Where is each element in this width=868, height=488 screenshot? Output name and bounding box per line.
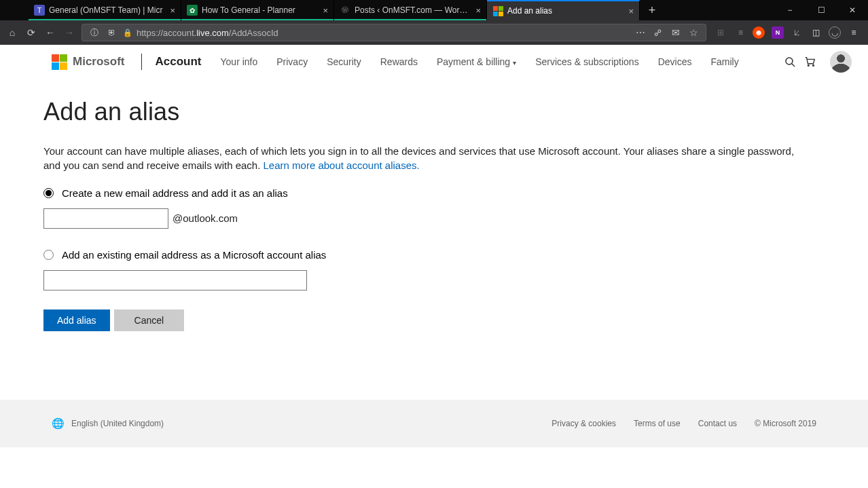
page-title: Add an alias	[43, 98, 795, 126]
search-icon[interactable]	[780, 56, 800, 67]
browser-titlebar: T General (OnMSFT Team) | Micr × ✿ How T…	[0, 0, 868, 20]
new-tab-button[interactable]: +	[640, 0, 664, 20]
avatar[interactable]	[830, 51, 852, 73]
footer-contact[interactable]: Contact us	[698, 419, 737, 428]
buffer-icon[interactable]: ≡	[734, 26, 746, 39]
close-window-button[interactable]: ✕	[837, 0, 868, 20]
url-path: /AddAssocId	[229, 28, 278, 38]
nav-account[interactable]: Account	[156, 55, 211, 69]
nav-privacy[interactable]: Privacy	[267, 56, 317, 67]
chevron-down-icon: ▾	[513, 59, 516, 67]
svg-point-3	[813, 65, 814, 67]
radio-create-row[interactable]: Create a new email address and add it as…	[43, 187, 795, 199]
site-header: Microsoft Account Your info Privacy Secu…	[0, 45, 868, 79]
close-icon[interactable]: ×	[170, 5, 175, 16]
tab-title: Posts ‹ OnMSFT.com — WordPress	[355, 5, 471, 15]
close-icon[interactable]: ×	[323, 5, 328, 16]
nav-devices[interactable]: Devices	[649, 56, 702, 67]
learn-more-link[interactable]: Learn more about account aliases.	[264, 159, 420, 171]
new-email-row: @outlook.com	[43, 199, 795, 229]
language-selector[interactable]: 🌐 English (United Kingdom)	[52, 417, 164, 430]
tab-title: Add an alias	[507, 6, 624, 16]
account-icon[interactable]: ◡	[829, 26, 841, 39]
tab-add-alias[interactable]: Add an alias ×	[487, 0, 640, 20]
microsoft-logo-icon	[52, 54, 67, 70]
add-alias-button[interactable]: Add alias	[43, 309, 110, 331]
forward-icon[interactable]: →	[62, 26, 76, 39]
nav-services[interactable]: Services & subscriptions	[526, 56, 649, 67]
divider	[141, 54, 142, 70]
nav-your-info[interactable]: Your info	[211, 56, 268, 67]
tab-title: How To General - Planner	[202, 5, 319, 15]
footer: 🌐 English (United Kingdom) Privacy & coo…	[0, 400, 868, 447]
tab-wordpress[interactable]: Ⓦ Posts ‹ OnMSFT.com — WordPress ×	[334, 0, 487, 20]
toolbar-extensions: ⊞ ≡ ☻ N ⟀ ◫ ◡ ≡	[712, 26, 863, 39]
intro-text: Your account can have multiple aliases, …	[43, 144, 795, 172]
window-controls: − ☐ ✕	[774, 0, 868, 20]
radio-existing-row[interactable]: Add an existing email address as a Micro…	[43, 249, 795, 261]
close-icon[interactable]: ×	[475, 5, 481, 16]
reload-icon[interactable]: ⟳	[24, 26, 38, 39]
tab-teams[interactable]: T General (OnMSFT Team) | Micr ×	[29, 0, 181, 20]
existing-email-input[interactable]	[43, 270, 307, 290]
url-text: https://account.live.com/AddAssocId	[137, 28, 630, 38]
url-host: live.com	[196, 28, 229, 38]
cancel-button[interactable]: Cancel	[114, 309, 185, 331]
button-row: Add alias Cancel	[43, 309, 795, 331]
grid-icon[interactable]: ⊞	[715, 26, 727, 39]
nav-rewards[interactable]: Rewards	[371, 56, 427, 67]
cart-icon[interactable]	[800, 56, 820, 68]
microsoft-logo-text: Microsoft	[73, 55, 125, 69]
shield-icon[interactable]: ⛨	[105, 26, 119, 39]
footer-copyright: © Microsoft 2019	[755, 419, 816, 428]
reddit-icon[interactable]: ☻	[753, 26, 765, 39]
language-label: English (United Kingdom)	[71, 419, 164, 428]
tab-title: General (OnMSFT Team) | Micr	[49, 5, 166, 15]
nav-security[interactable]: Security	[317, 56, 371, 67]
menu-icon[interactable]: ≡	[848, 26, 860, 39]
minimize-button[interactable]: −	[774, 0, 806, 20]
nav-payment[interactable]: Payment & billing▾	[427, 56, 526, 67]
nav-payment-label: Payment & billing	[437, 56, 510, 67]
url-prefix: https://account.	[137, 28, 196, 38]
globe-icon: 🌐	[52, 417, 65, 430]
tab-planner[interactable]: ✿ How To General - Planner ×	[181, 0, 334, 20]
browser-toolbar: ⌂ ⟳ ← → ⓘ ⛨ 🔒 https://account.live.com/A…	[0, 20, 868, 45]
wordpress-icon: Ⓦ	[340, 5, 350, 16]
teams-icon: T	[34, 5, 45, 16]
back-icon[interactable]: ←	[43, 26, 57, 39]
mail-icon[interactable]: ✉	[669, 26, 683, 39]
new-email-input[interactable]	[43, 208, 168, 229]
url-bar[interactable]: ⓘ ⛨ 🔒 https://account.live.com/AddAssocI…	[82, 24, 706, 41]
radio-existing-label: Add an existing email address as a Micro…	[62, 249, 326, 261]
lock-icon: 🔒	[123, 29, 132, 37]
svg-line-1	[792, 64, 795, 67]
home-icon[interactable]: ⌂	[5, 26, 19, 39]
page-actions-icon[interactable]: ⋯	[634, 26, 647, 39]
email-suffix: @outlook.com	[173, 212, 238, 224]
nav-family[interactable]: Family	[701, 56, 748, 67]
close-icon[interactable]: ×	[628, 6, 634, 16]
planner-icon: ✿	[187, 5, 198, 16]
link-icon[interactable]: ⚯	[649, 23, 668, 42]
footer-terms[interactable]: Terms of use	[634, 419, 681, 428]
bookmark-icon[interactable]: ☆	[687, 26, 700, 39]
onenote-icon[interactable]: N	[772, 26, 784, 39]
microsoft-icon	[492, 5, 503, 16]
existing-email-row	[43, 261, 795, 290]
info-icon[interactable]: ⓘ	[88, 26, 101, 39]
svg-point-2	[808, 65, 809, 67]
footer-privacy[interactable]: Privacy & cookies	[551, 419, 616, 428]
radio-create[interactable]	[43, 188, 54, 198]
microsoft-logo[interactable]: Microsoft	[52, 54, 125, 70]
radio-create-label: Create a new email address and add it as…	[62, 187, 288, 199]
main-content: Add an alias Your account can have multi…	[0, 79, 795, 331]
maximize-button[interactable]: ☐	[806, 0, 837, 20]
page: Microsoft Account Your info Privacy Secu…	[0, 45, 868, 488]
svg-point-0	[786, 58, 793, 64]
sidebar-icon[interactable]: ◫	[810, 26, 822, 39]
library-icon[interactable]: ⟀	[791, 26, 803, 39]
tab-strip: T General (OnMSFT Team) | Micr × ✿ How T…	[0, 0, 774, 20]
radio-existing[interactable]	[43, 250, 54, 260]
